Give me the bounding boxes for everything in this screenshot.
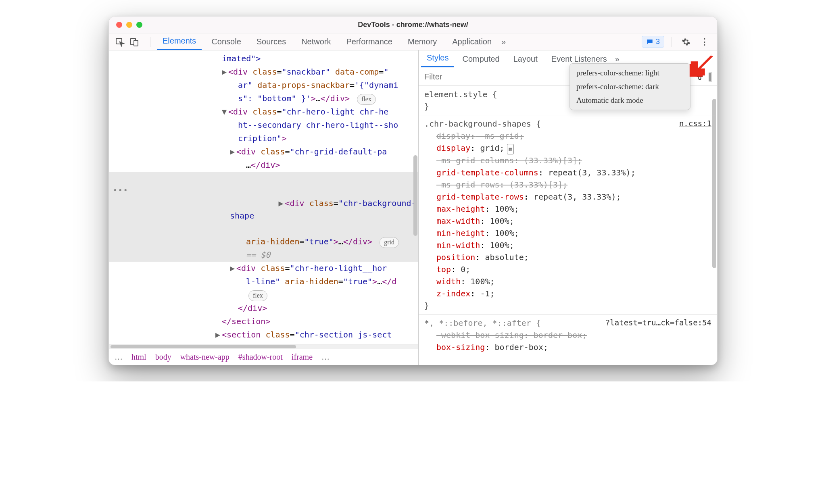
css-prop[interactable]: box-sizing: border-box; [424, 341, 711, 353]
styles-tab-styles[interactable]: Styles [421, 51, 454, 67]
issues-icon [646, 38, 653, 46]
inspect-tools [115, 37, 140, 47]
css-prop[interactable]: position: absolute; [424, 251, 711, 263]
flex-badge[interactable]: flex [357, 94, 376, 105]
css-prop[interactable]: min-width: 100%; [424, 239, 711, 251]
css-prop[interactable]: display: -ms-grid; [424, 130, 711, 142]
rule-background-shapes: .chr-background-shapes { n.css:1 display… [419, 115, 717, 314]
breadcrumb-item[interactable]: body [155, 352, 171, 362]
tab-console[interactable]: Console [206, 35, 246, 49]
tab-elements[interactable]: Elements [157, 34, 202, 50]
css-prop[interactable]: max-width: 100%; [424, 215, 711, 227]
stylesheet-link[interactable]: n.css:1 [679, 118, 711, 129]
css-prop[interactable]: grid-template-columns: repeat(3, 33.33%)… [424, 167, 711, 179]
tab-performance[interactable]: Performance [341, 35, 398, 49]
breadcrumb-item[interactable]: #shadow-root [238, 352, 283, 362]
css-prop[interactable]: grid-template-rows: repeat(3, 33.33%); [424, 191, 711, 203]
main-tabbar: Elements Console Sources Network Perform… [109, 33, 717, 50]
popup-item-light[interactable]: prefers-color-scheme: light [570, 66, 690, 80]
minimize-window-button[interactable] [126, 22, 132, 28]
css-prop[interactable]: max-height: 100%; [424, 203, 711, 215]
rule-universal: *, *::before, *::after { ?latest=tru…ck=… [419, 314, 717, 356]
traffic-lights [109, 22, 142, 28]
kebab-menu-icon[interactable]: ⋮ [698, 37, 711, 47]
more-tabs-button[interactable]: » [501, 37, 506, 46]
tab-network[interactable]: Network [296, 35, 336, 49]
css-prop[interactable]: -ms-grid-columns: (33.33%)[3]; [424, 154, 711, 167]
stylesheet-link[interactable]: ?latest=tru…ck=false:54 [605, 317, 711, 329]
grid-editor-icon[interactable]: ▦ [507, 144, 514, 154]
styles-tab-computed[interactable]: Computed [457, 52, 505, 66]
styles-panel: Styles Computed Layout Event Listeners »… [419, 50, 717, 365]
flex-badge[interactable]: flex [248, 290, 267, 301]
breadcrumb-item[interactable]: whats-new-app [180, 352, 229, 362]
tab-application[interactable]: Application [446, 35, 497, 49]
titlebar: DevTools - chrome://whats-new/ [109, 17, 717, 33]
annotation-arrow-icon [687, 51, 715, 79]
tab-memory[interactable]: Memory [402, 35, 442, 49]
window-title: DevTools - chrome://whats-new/ [109, 21, 717, 29]
elements-panel: imated"> ▶<div class="snackbar" data-com… [109, 50, 419, 365]
popup-item-dark[interactable]: prefers-color-scheme: dark [570, 80, 690, 94]
css-prop[interactable]: display: grid;▦ [424, 142, 711, 154]
dom-close-section: </section> [222, 317, 270, 326]
dom-tree[interactable]: imated"> ▶<div class="snackbar" data-com… [109, 50, 418, 344]
css-prop[interactable]: -webkit-box-sizing: border-box; [424, 329, 711, 341]
issues-badge[interactable]: 3 [642, 36, 664, 48]
dom-close-div: </div> [238, 303, 267, 313]
settings-gear-icon[interactable] [679, 37, 693, 46]
selected-dom-node[interactable]: ••• ▶<div class="chr-background-shape [109, 172, 418, 235]
breadcrumb-item[interactable]: html [131, 352, 146, 362]
selected-gutter-icon: ••• [113, 185, 129, 196]
panes: imated"> ▶<div class="snackbar" data-com… [109, 50, 717, 365]
breadcrumb: … html body whats-new-app #shadow-root i… [109, 349, 418, 365]
maximize-window-button[interactable] [136, 22, 142, 28]
right-tools: 3 ⋮ [642, 36, 711, 48]
css-prop[interactable]: -ms-grid-rows: (33.33%)[3]; [424, 179, 711, 191]
svg-rect-2 [134, 40, 138, 46]
inspect-element-icon[interactable] [115, 37, 125, 47]
rule-close: } [424, 300, 711, 312]
styles-filter-input[interactable] [424, 72, 537, 81]
selector-text[interactable]: .chr-background-shapes { [424, 119, 541, 129]
selector-text[interactable]: *, *::before, *::after { [424, 318, 541, 328]
css-prop[interactable]: z-index: -1; [424, 287, 711, 300]
dom-scrollbar-h[interactable] [109, 344, 418, 349]
styles-tab-layout[interactable]: Layout [508, 52, 543, 66]
eq0-marker: == $0 [246, 250, 270, 260]
css-prop[interactable]: top: 0; [424, 263, 711, 275]
device-toolbar-icon[interactable] [129, 37, 140, 47]
css-prop[interactable]: width: 100%; [424, 275, 711, 287]
dom-text: imated"> [222, 54, 261, 63]
divider [672, 37, 672, 47]
close-window-button[interactable] [116, 22, 122, 28]
styles-more-tabs[interactable]: » [615, 54, 620, 64]
tab-sources[interactable]: Sources [251, 35, 292, 49]
rendering-emulations-popup: prefers-color-scheme: light prefers-colo… [569, 63, 690, 110]
dom-scrollbar[interactable] [413, 155, 417, 236]
breadcrumb-item[interactable]: iframe [292, 352, 313, 362]
issues-count: 3 [656, 37, 660, 46]
devtools-window: DevTools - chrome://whats-new/ Elements … [108, 16, 718, 365]
css-prop[interactable]: min-height: 100%; [424, 227, 711, 239]
grid-badge[interactable]: grid [380, 237, 399, 248]
popup-item-auto-dark[interactable]: Automatic dark mode [570, 94, 690, 107]
breadcrumb-left-more[interactable]: … [115, 352, 123, 362]
breadcrumb-right-more[interactable]: … [321, 352, 330, 362]
styles-rules[interactable]: element.style { } .chr-background-shapes… [419, 86, 717, 365]
divider [150, 37, 150, 47]
